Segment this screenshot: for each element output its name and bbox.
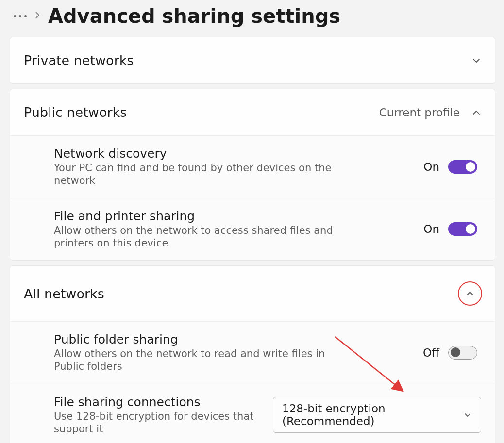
section-private-networks: Private networks [10,37,495,84]
section-title: Private networks [24,53,134,68]
highlight-circle [458,281,482,306]
section-public-networks: Public networks Current profile Network … [10,89,495,261]
setting-file-printer-sharing: File and printer sharing Allow others on… [10,198,495,261]
breadcrumb: Advanced sharing settings [0,5,495,37]
chevron-down-icon [464,410,472,420]
toggle-state-label: On [423,223,439,235]
toggle-state-label: Off [423,346,439,359]
chevron-up-icon [465,289,475,298]
chevron-up-icon [471,108,481,117]
section-all-networks: All networks Public folder sharing Allow… [10,265,495,443]
setting-description: Your PC can find and be found by other d… [54,162,355,187]
section-header-all[interactable]: All networks [10,266,495,321]
more-icon[interactable] [14,15,27,17]
setting-file-sharing-connections: File sharing connections Use 128-bit enc… [10,384,495,443]
file-sharing-encryption-select[interactable]: 128-bit encryption (Recommended) [273,397,481,433]
section-header-public[interactable]: Public networks Current profile [10,89,495,135]
setting-public-folder-sharing: Public folder sharing Allow others on th… [10,321,495,384]
setting-title: File and printer sharing [54,209,355,223]
public-folder-sharing-toggle[interactable] [448,346,477,360]
section-title: Public networks [24,105,127,120]
toggle-state-label: On [423,161,439,173]
section-title: All networks [24,286,104,301]
setting-title: File sharing connections [54,395,273,409]
chevron-right-icon [34,11,41,21]
select-value: 128-bit encryption (Recommended) [282,402,454,427]
page-title: Advanced sharing settings [48,5,340,27]
setting-title: Public folder sharing [54,332,355,346]
setting-description: Use 128-bit encryption for devices that … [54,410,273,436]
file-printer-sharing-toggle[interactable] [448,222,477,236]
network-discovery-toggle[interactable] [448,160,477,174]
setting-description: Allow others on the network to access sh… [54,224,355,250]
setting-network-discovery: Network discovery Your PC can find and b… [10,135,495,198]
section-header-private[interactable]: Private networks [10,37,495,83]
chevron-down-icon [471,56,481,66]
setting-title: Network discovery [54,147,355,161]
current-profile-label: Current profile [379,106,460,119]
setting-description: Allow others on the network to read and … [54,347,355,373]
